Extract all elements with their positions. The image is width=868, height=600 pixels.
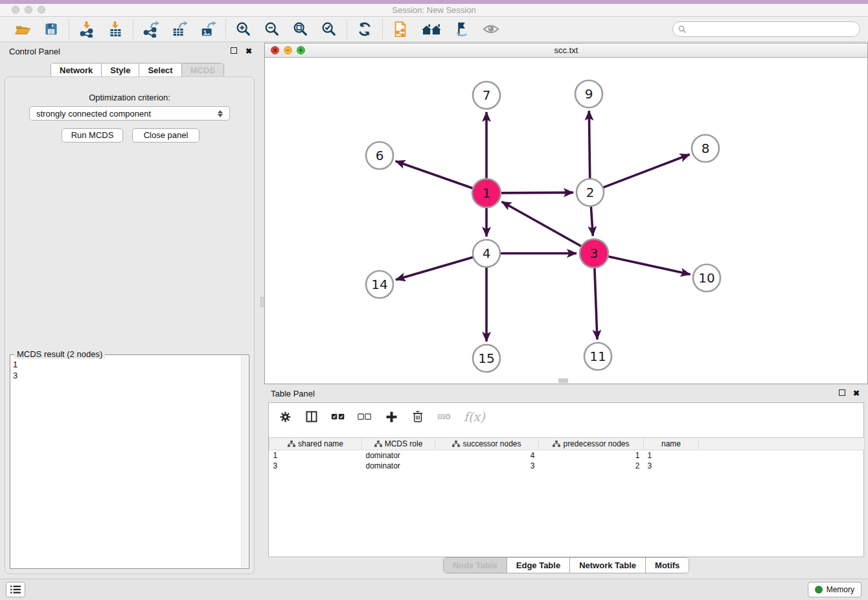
tab-mcds[interactable]: MCDS [182, 63, 223, 77]
graph-node-3[interactable]: 3 [580, 239, 608, 268]
search-input[interactable] [690, 25, 854, 34]
graph-node-8[interactable]: 8 [692, 135, 719, 162]
cell-predecessor-nodes[interactable]: 2 [539, 461, 644, 471]
float-table-panel-icon[interactable] [839, 389, 845, 398]
graph-node-label: 2 [586, 185, 595, 200]
graph-edge-3-11[interactable] [595, 267, 597, 340]
delete-table-icon[interactable] [437, 410, 451, 424]
deselect-all-icon[interactable] [358, 410, 372, 424]
close-panel-button[interactable]: Close panel [132, 128, 200, 143]
import-network-icon[interactable] [78, 20, 96, 38]
search-icon [678, 25, 687, 34]
network-window-titlebar[interactable]: ✕ − + scc.txt [265, 43, 867, 58]
table-panel: Table Panel ✖ f(x) [264, 386, 868, 575]
export-table-icon[interactable] [170, 20, 188, 38]
graph-node-6[interactable]: 6 [366, 142, 393, 169]
table-tabs: Node Table Edge Table Network Table Moti… [264, 557, 868, 573]
search-box[interactable] [672, 21, 860, 37]
column-header-name[interactable]: name [644, 438, 699, 450]
network-graph[interactable]: 7968124314101511 [265, 58, 867, 384]
cell-mcds-role[interactable]: dominator [362, 461, 435, 471]
optimization-criterion-select[interactable]: strongly connected component [29, 106, 230, 121]
graph-edge-2-9[interactable] [589, 111, 589, 179]
run-mcds-button[interactable]: Run MCDS [62, 128, 123, 143]
select-all-icon[interactable] [331, 410, 345, 424]
export-network-icon[interactable] [142, 20, 160, 38]
zoom-in-icon[interactable] [234, 20, 253, 38]
cybrowser-home-icon[interactable] [420, 20, 443, 38]
table-row[interactable]: 3 dominator 3 2 3 [269, 461, 865, 471]
network-canvas[interactable]: 7968124314101511 [265, 58, 867, 384]
graph-edge-4-14[interactable] [396, 257, 474, 280]
export-image-icon[interactable] [199, 20, 217, 38]
tab-network[interactable]: Network [51, 63, 102, 77]
cell-mcds-role[interactable]: dominator [362, 450, 435, 461]
apply-layout-icon[interactable] [356, 20, 374, 38]
tab-network-table[interactable]: Network Table [570, 558, 646, 573]
divider-grip[interactable] [260, 297, 264, 307]
zoom-fit-icon[interactable] [291, 20, 310, 38]
cell-name[interactable]: 1 [644, 450, 699, 461]
task-history-button[interactable] [6, 582, 25, 597]
close-table-panel-icon[interactable]: ✖ [853, 389, 860, 398]
save-session-icon[interactable] [42, 20, 60, 38]
graph-edge-2-8[interactable] [602, 154, 690, 188]
graph-node-7[interactable]: 7 [473, 82, 500, 109]
graph-node-1[interactable]: 1 [472, 179, 501, 207]
zoom-selected-icon[interactable] [320, 20, 338, 38]
mcds-result-text[interactable]: 1 3 [13, 359, 240, 566]
open-session-icon[interactable] [14, 20, 32, 38]
graph-node-15[interactable]: 15 [473, 345, 500, 372]
show-hide-eye-icon[interactable] [482, 20, 500, 38]
graph-edge-3-10[interactable] [608, 256, 691, 274]
table-row[interactable]: 1 dominator 4 1 1 [269, 450, 865, 461]
graph-node-14[interactable]: 14 [366, 271, 393, 298]
function-builder-icon[interactable]: f(x) [464, 410, 485, 424]
cytoscape-web-icon[interactable] [453, 20, 472, 38]
delete-row-icon[interactable] [411, 410, 425, 424]
cell-successor-nodes[interactable]: 4 [435, 450, 539, 461]
graph-edge-1-2[interactable] [500, 192, 573, 193]
graph-node-2[interactable]: 2 [577, 179, 604, 206]
column-header-predecessor-nodes[interactable]: predecessor nodes [539, 438, 644, 450]
graph-node-4[interactable]: 4 [473, 240, 500, 267]
column-header-mcds-role[interactable]: MCDS role [362, 438, 435, 450]
column-header-shared-name[interactable]: shared name [269, 438, 362, 450]
import-table-icon[interactable] [106, 20, 124, 38]
new-network-from-selection-icon[interactable] [391, 20, 409, 38]
tab-node-table[interactable]: Node Table [444, 558, 507, 573]
column-header-successor-nodes[interactable]: successor nodes [435, 438, 539, 450]
graph-edge-1-6[interactable] [396, 161, 474, 189]
table-toolbar: f(x) [278, 410, 485, 424]
network-window-title: scc.txt [265, 45, 867, 55]
graph-edge-2-3[interactable] [591, 205, 593, 236]
optimization-criterion-value: strongly connected component [36, 109, 151, 119]
tab-edge-table[interactable]: Edge Table [507, 558, 570, 573]
cell-shared-name[interactable]: 1 [269, 450, 362, 461]
hierarchy-icon [374, 441, 382, 447]
graph-node-label: 14 [371, 277, 387, 292]
panel-divider[interactable] [260, 43, 264, 579]
tab-style[interactable]: Style [102, 63, 139, 77]
cell-shared-name[interactable]: 3 [269, 461, 362, 471]
graph-node-10[interactable]: 10 [693, 264, 720, 292]
show-column-icon[interactable] [304, 410, 319, 424]
zoom-out-icon[interactable] [263, 20, 281, 38]
cell-predecessor-nodes[interactable]: 1 [539, 450, 644, 461]
float-panel-icon[interactable] [231, 47, 237, 56]
settings-gear-icon[interactable] [278, 410, 292, 424]
cell-successor-nodes[interactable]: 3 [435, 461, 539, 471]
result-scrollbar[interactable] [241, 356, 248, 568]
memory-button[interactable]: Memory [808, 582, 862, 597]
canvas-divider-grip[interactable] [558, 378, 568, 383]
graph-node-9[interactable]: 9 [575, 80, 602, 108]
control-panel: Control Panel ✖ Network Style Select MCD… [0, 43, 260, 579]
tab-motifs[interactable]: Motifs [646, 558, 689, 573]
add-row-icon[interactable] [384, 410, 398, 424]
graph-node-11[interactable]: 11 [584, 343, 611, 370]
mcds-panel: Optimization criterion: strongly connect… [5, 76, 255, 574]
cell-name[interactable]: 3 [644, 461, 699, 471]
graph-edge-3-1[interactable] [502, 202, 582, 247]
close-panel-icon[interactable]: ✖ [246, 47, 252, 56]
tab-select[interactable]: Select [139, 63, 181, 77]
